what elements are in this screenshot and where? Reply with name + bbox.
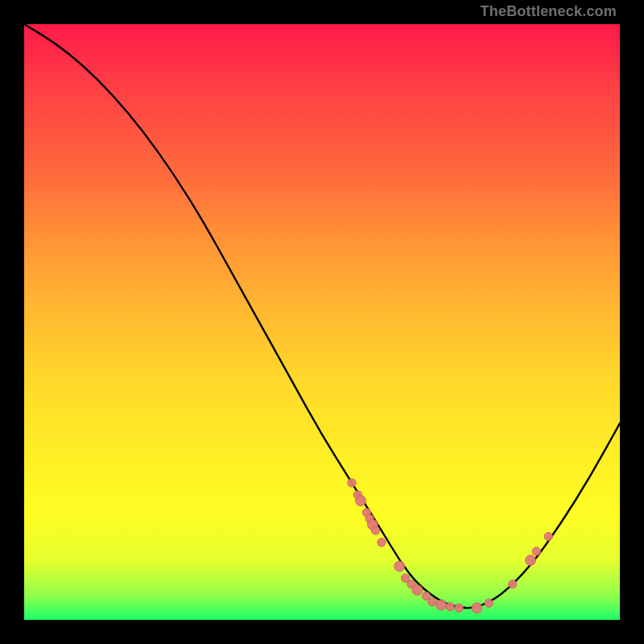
data-marker [356,496,366,506]
watermark-text: TheBottleneck.com [481,3,617,20]
data-marker [394,561,405,572]
data-marker [544,532,552,540]
data-marker [371,526,379,535]
data-marker [428,598,436,606]
data-marker [436,600,447,610]
chart-stage: TheBottleneck.com [0,0,644,644]
data-marker [509,580,517,588]
data-marker [378,539,386,547]
bottleneck-curve [24,24,620,608]
data-marker [455,604,463,612]
plot-area [24,24,620,620]
data-marker [532,547,540,555]
data-marker [412,585,423,596]
data-marker [472,603,482,613]
data-marker [348,479,356,487]
chart-overlay [24,24,620,620]
marker-layer [348,479,553,613]
data-marker [485,599,493,607]
data-marker [446,603,454,611]
data-marker [526,555,536,566]
